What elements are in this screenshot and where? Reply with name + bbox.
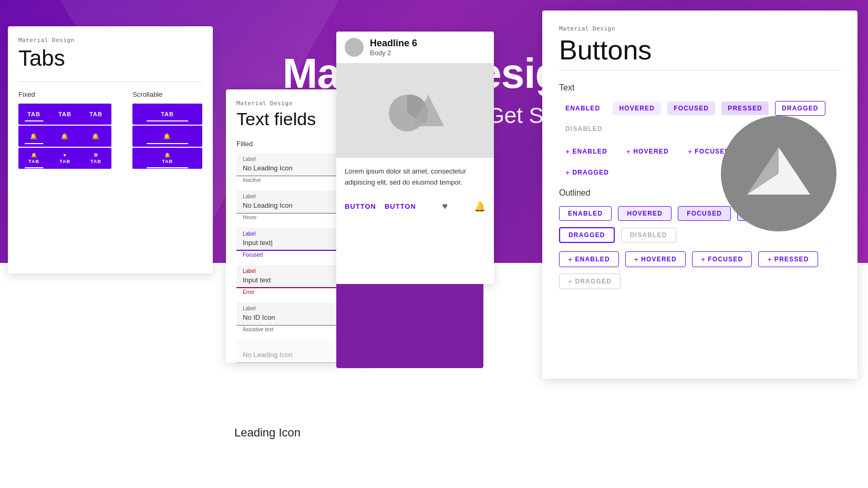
tab-bar-text: TAB TAB TAB <box>18 104 111 125</box>
tab-item-1[interactable]: TAB <box>18 107 49 121</box>
content-actions: BUTTON BUTTON ♥ 🔔 <box>336 197 494 217</box>
btn-outlinedicon-hovered[interactable]: + HOVERED <box>625 251 686 267</box>
tf-value-6: No Leading Icon <box>243 351 293 359</box>
content-btn-2[interactable]: BUTTON <box>385 202 416 210</box>
tf-label-3: Label <box>243 231 255 237</box>
content-text: Lorem ipsum dolor sit amet, consectetur … <box>336 158 494 197</box>
content-card: Headline 6 Body 2 Lorem ipsum dolor sit … <box>336 32 494 284</box>
buttons-card-label: Material Design <box>559 25 841 32</box>
tabs-columns: Fixed TAB TAB TAB 🔔 🔔 🔔 🔔TAB ♥TAB <box>18 90 202 170</box>
outlined-icon-buttons-row: + ENABLED + HOVERED + FOCUSED + PRESSED … <box>559 251 841 289</box>
btn-text-enabled[interactable]: ENABLED <box>559 101 606 115</box>
btn-outlinedicon-enabled[interactable]: + ENABLED <box>559 251 619 267</box>
text-section-label: Text <box>559 83 841 93</box>
content-header: Headline 6 Body 2 <box>336 32 494 63</box>
btn-texticon-enabled[interactable]: + ENABLED <box>559 144 614 159</box>
leading-icon-label: Leading Icon <box>234 426 301 440</box>
tf-label-4: Label <box>243 268 255 274</box>
btn-outlined-enabled[interactable]: ENABLED <box>559 206 612 221</box>
btn-outlinedicon-dragged[interactable]: + DRAGGED <box>559 273 621 289</box>
tab-icon-1[interactable]: 🔔 <box>18 129 49 144</box>
logo-icon <box>742 137 815 210</box>
btn-text-dragged[interactable]: DRAGGED <box>775 101 825 116</box>
scroll-tab-3[interactable]: 🔔TAB <box>132 148 202 168</box>
tab-icon-3[interactable]: 🔔 <box>80 129 111 144</box>
scrollable-label: Scrollable <box>132 90 202 98</box>
tab-item-2[interactable]: TAB <box>49 107 80 121</box>
tab-icon-2[interactable]: 🔔 <box>49 129 80 144</box>
tabs-card-title: Tabs <box>18 46 202 71</box>
logo-circle <box>721 116 836 231</box>
btn-outlined-dragged[interactable]: DRAGGED <box>559 227 615 243</box>
content-headline: Headline 6 <box>370 38 417 49</box>
tf-label-5: Label <box>243 306 255 311</box>
tab-item-3[interactable]: TAB <box>80 107 111 121</box>
tab-bar-icon: 🔔 🔔 🔔 <box>18 126 111 147</box>
tabs-divider <box>18 82 202 82</box>
tab-icontext-2[interactable]: ♥TAB <box>49 148 80 168</box>
btn-outlinedicon-focused[interactable]: + FOCUSED <box>692 251 752 267</box>
btn-outlined-disabled: DISABLED <box>621 228 676 242</box>
scroll-tab-1[interactable]: TAB <box>132 107 202 121</box>
bell-icon[interactable]: 🔔 <box>474 201 485 212</box>
fixed-label: Fixed <box>18 90 111 98</box>
btn-outlined-hovered[interactable]: HOVERED <box>618 206 671 221</box>
tabs-scroll-col: Scrollable TAB 🔔 🔔TAB <box>132 90 202 170</box>
content-image <box>336 63 494 158</box>
btn-texticon-hovered[interactable]: + HOVERED <box>620 144 675 159</box>
btn-text-disabled: DISABLED <box>559 122 609 136</box>
scroll-tab-2[interactable]: 🔔 <box>132 129 202 144</box>
tab-bar-icon-text: 🔔TAB ♥TAB ⚙TAB <box>18 148 111 169</box>
purple-bar-decoration <box>336 284 483 368</box>
content-btn-1[interactable]: BUTTON <box>345 202 376 210</box>
btn-text-focused[interactable]: FOCUSED <box>667 101 715 115</box>
content-title-block: Headline 6 Body 2 <box>370 38 417 57</box>
tabs-fixed-col: Fixed TAB TAB TAB 🔔 🔔 🔔 🔔TAB ♥TAB <box>18 90 111 170</box>
tf-label-2: Label <box>243 194 255 199</box>
tf-value-1: No Leading Icon <box>243 164 293 172</box>
buttons-card-title: Buttons <box>559 34 841 66</box>
tf-value-3: Input text <box>243 239 273 247</box>
btn-texticon-dragged[interactable]: + DRAGGED <box>559 165 615 180</box>
tf-value-4: Input text <box>243 276 271 284</box>
content-avatar <box>345 38 364 57</box>
heart-icon[interactable]: ♥ <box>442 201 448 212</box>
tab-icontext-3[interactable]: ⚙TAB <box>80 148 111 168</box>
tf-value-5: No ID Icon <box>243 313 275 321</box>
content-body-label: Body 2 <box>370 49 417 57</box>
btn-outlined-focused[interactable]: FOCUSED <box>678 206 731 221</box>
buttons-divider <box>559 70 841 70</box>
scroll-tab-bar-3: 🔔TAB <box>132 148 202 169</box>
btn-outlinedicon-pressed[interactable]: + PRESSED <box>758 251 818 267</box>
scroll-tab-bar-2: 🔔 <box>132 126 202 147</box>
tabs-card-label: Material Design <box>18 37 202 44</box>
btn-text-hovered[interactable]: HOVERED <box>613 101 661 115</box>
tf-value-2: No Leading Icon <box>243 201 293 209</box>
tf-label-1: Label <box>243 156 255 162</box>
content-chart <box>384 84 447 137</box>
tab-icontext-1[interactable]: 🔔TAB <box>18 148 49 168</box>
tabs-card: Material Design Tabs Fixed TAB TAB TAB 🔔… <box>8 26 213 273</box>
scroll-tab-bar-1: TAB <box>132 104 202 125</box>
btn-text-pressed[interactable]: PRESSED <box>721 101 769 115</box>
